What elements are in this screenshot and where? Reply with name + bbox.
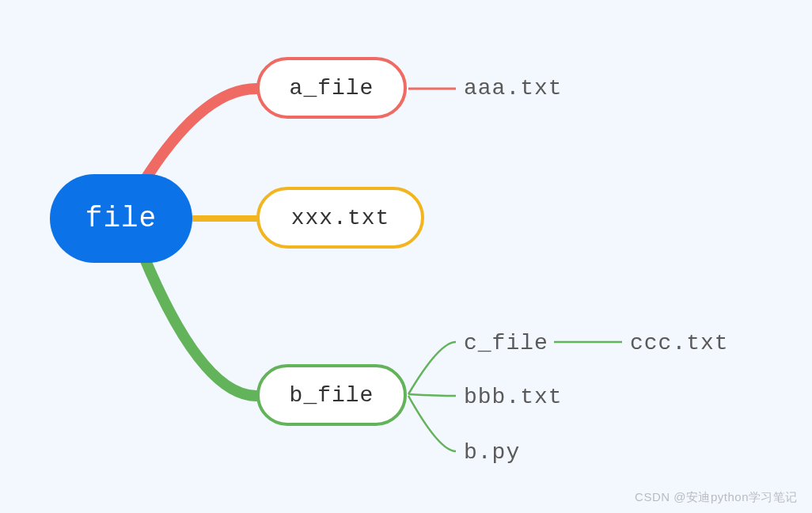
leaf-b-py[interactable]: b.py [464, 440, 520, 465]
node-b-file-label: b_file [290, 383, 374, 408]
leaf-aaa-txt[interactable]: aaa.txt [464, 76, 563, 101]
node-root-label: file [85, 203, 157, 235]
leaf-ccc-txt[interactable]: ccc.txt [630, 331, 729, 355]
node-xxx-txt[interactable]: xxx.txt [256, 187, 424, 249]
node-root[interactable]: file [50, 174, 192, 263]
node-a-file-label: a_file [290, 76, 374, 101]
node-a-file[interactable]: a_file [256, 57, 407, 119]
leaf-bbb-txt[interactable]: bbb.txt [464, 385, 563, 409]
node-b-file[interactable]: b_file [256, 364, 407, 426]
node-xxx-label: xxx.txt [291, 206, 390, 230]
leaf-c-file[interactable]: c_file [464, 331, 548, 355]
watermark: CSDN @安迪python学习笔记 [635, 490, 798, 505]
